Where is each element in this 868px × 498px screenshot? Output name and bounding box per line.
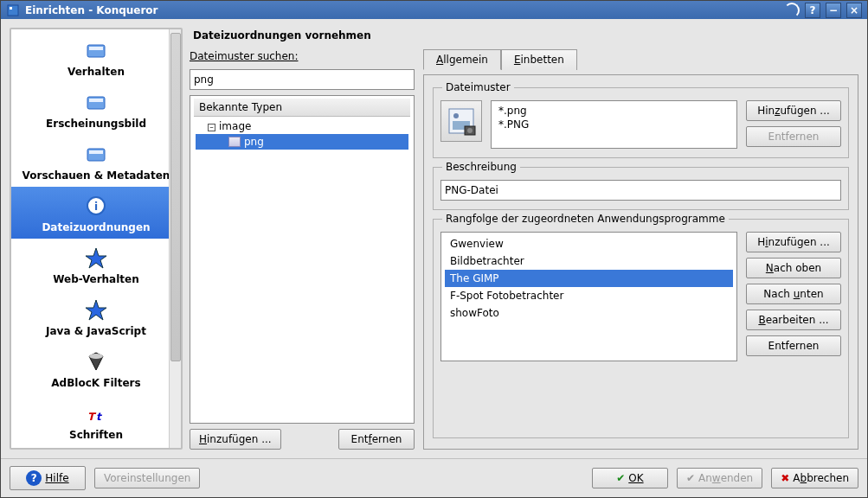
sidebar-scrollbar[interactable] [169,29,181,448]
main-panel: Dateizuordnungen vornehmen Dateimuster s… [190,28,858,450]
minimize-button[interactable]: − [826,3,841,18]
logo-icon [784,3,800,18]
type-tree[interactable]: Bekannte Typen –image png [190,95,415,424]
fonts-icon: Tt [82,399,110,427]
tab-general[interactable]: Allgemein [423,49,501,70]
svg-point-12 [89,354,103,359]
sidebar-item-adblock[interactable]: AdBlocK Filters [11,342,181,394]
titlebar[interactable]: Einrichten - Konqueror ? − × [1,1,867,19]
group-description: Beschreibung [433,167,849,210]
svg-rect-1 [10,7,12,10]
svg-marker-10 [86,248,106,268]
app-item[interactable]: The GIMP [445,270,733,287]
cancel-icon: ✖ [781,472,789,484]
pattern-add-button[interactable]: Hinzufügen ... [746,100,841,121]
svg-rect-0 [8,5,18,16]
btn-label: Entfernen [351,433,402,445]
help-titlebar-button[interactable]: ? [805,3,820,18]
sidebar-item-label: Java & JavaScript [46,325,146,337]
btn-label: Entfernen [768,340,820,352]
app-item[interactable]: F-Spot Fotobetrachter [445,287,733,304]
group-title: Dateimuster [442,81,514,93]
help-icon: ? [26,470,42,486]
pattern-item[interactable]: *.png [495,104,733,118]
tree-node-png[interactable]: png [196,134,408,150]
apps-remove-button[interactable]: Entfernen [746,335,841,356]
sidebar-item-label: Web-Verhalten [53,273,139,285]
tab-embed[interactable]: Einbetten [501,49,577,70]
svg-rect-5 [89,99,103,102]
content: Verhalten Erscheinungsbild Vorschauen & … [1,19,867,458]
app-item[interactable]: Bildbetrachter [445,252,733,270]
ok-icon: ✔ [616,472,625,484]
btn-label: Abbrechen [793,472,849,484]
tree-remove-button[interactable]: Entfernen [338,429,415,450]
search-input[interactable] [190,69,415,90]
sidebar-item-label: Vorschauen & Metadaten [23,169,170,182]
svg-rect-7 [89,150,103,154]
right-column: Allgemein Einbetten Dateimuster *.p [423,48,858,450]
sidebar-item-schriften[interactable]: Tt Schriften [11,394,181,446]
behavior-icon [82,36,110,64]
cancel-button[interactable]: ✖Abbrechen [771,468,858,488]
pattern-item[interactable]: *.PNG [495,118,733,131]
description-input[interactable] [440,180,841,201]
java-js-icon [82,296,110,323]
main-row: Dateimuster suchen: Bekannte Typen –imag… [190,48,858,450]
sidebar-item-vorschauen[interactable]: Vorschauen & Metadaten [11,135,181,187]
search-label: Dateimuster suchen: [190,48,415,64]
ok-button[interactable]: ✔OK [592,468,668,488]
apps-add-button[interactable]: Hinzufügen ... [746,232,841,252]
type-tree-header: Bekannte Typen [194,99,410,117]
btn-label: Nach unten [763,288,823,300]
window-title: Einrichten - Konqueror [25,4,779,16]
preview-icon [82,140,110,168]
file-assoc-icon: i [82,192,110,220]
appearance-icon [82,88,110,116]
btn-label: Bearbeiten ... [758,314,828,326]
collapse-icon[interactable]: – [208,124,215,131]
window: Einrichten - Konqueror ? − × Verhalten E… [0,0,868,498]
help-button[interactable]: ?Hilfe [10,466,86,490]
sidebar-scrollbar-thumb[interactable] [170,33,181,361]
group-patterns: Dateimuster *.png *.PNG Hin [433,87,849,158]
btn-label: OK [628,472,643,484]
svg-marker-11 [86,300,106,320]
sidebar-item-label: Dateizuordnungen [42,221,150,233]
tree-buttons: Hinzufügen ... Entfernen [190,429,415,450]
sidebar-item-verhalten[interactable]: Verhalten [11,31,181,83]
type-tree-body: –image png [194,117,410,420]
adblock-icon [82,348,110,375]
apps-up-button[interactable]: Nach oben [746,258,841,278]
app-icon [6,3,20,17]
sidebar-item-label: Verhalten [68,66,125,78]
btn-label: Entfernen [768,131,820,143]
sidebar-item-erscheinungsbild[interactable]: Erscheinungsbild [11,83,181,135]
sidebar-item-java-js[interactable]: Java & JavaScript [11,290,181,342]
image-file-icon [444,104,479,138]
btn-label: Hinzufügen ... [757,105,830,117]
btn-label: Anwenden [698,472,753,484]
group-apps: Rangfolge der zugeordneten Anwendungspro… [433,219,849,438]
close-button[interactable]: × [846,3,862,18]
sidebar-item-dateizuordnungen[interactable]: i Dateizuordnungen [11,187,181,239]
defaults-button: Voreinstellungen [94,468,200,488]
svg-rect-3 [89,47,103,50]
patterns-list[interactable]: *.png *.PNG [491,100,737,149]
mime-type-icon[interactable] [440,100,482,142]
tree-node-image[interactable]: –image [196,118,408,134]
app-item[interactable]: showFoto [445,304,733,322]
apps-list[interactable]: Gwenview Bildbetrachter The GIMP F-Spot … [440,232,737,361]
svg-text:i: i [94,201,98,213]
group-title: Beschreibung [442,161,520,173]
tab-pane-general: Dateimuster *.png *.PNG Hin [423,74,858,450]
apps-down-button[interactable]: Nach unten [746,284,841,304]
page-heading: Dateizuordnungen vornehmen [190,28,858,43]
sidebar-item-label: Schriften [69,429,123,441]
app-item[interactable]: Gwenview [445,235,733,252]
file-type-icon [228,137,241,147]
sidebar-item-web-verhalten[interactable]: Web-Verhalten [11,239,181,290]
apps-edit-button[interactable]: Bearbeiten ... [746,310,841,330]
tree-add-button[interactable]: Hinzufügen ... [190,429,281,450]
sidebar: Verhalten Erscheinungsbild Vorschauen & … [10,28,183,450]
